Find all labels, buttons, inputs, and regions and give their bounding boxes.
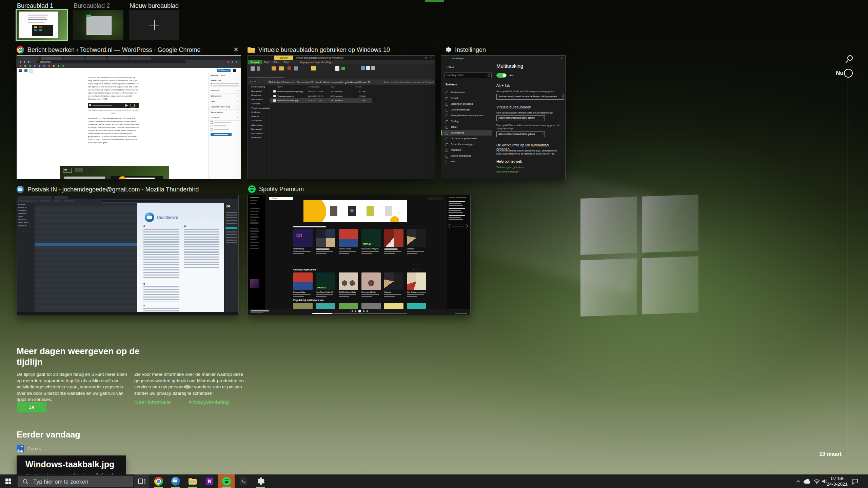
playlist-card[interactable]: Hypnotized Radio (361, 272, 381, 297)
explorer-sidebar-item[interactable]: 3D-objecten (248, 119, 270, 123)
playlist-card[interactable]: Op herhaling (293, 229, 313, 254)
folder-icon (248, 47, 255, 53)
yes-button[interactable]: Ja (17, 402, 46, 412)
taskbar-app-explorer[interactable] (184, 474, 201, 488)
thunderbird-window-thumbnail[interactable]: KPN MailPostvak INConceptenVerzondenSpam… (17, 195, 239, 315)
privacy-link[interactable]: Privacyverklaring (189, 399, 229, 405)
playlist-card[interactable]: New Music Friday NL (316, 272, 335, 297)
settings-page-title: Multitasking (496, 63, 523, 69)
playlist-card[interactable]: Call Me Maybe Radio (339, 272, 358, 297)
settings-sidebar-item: Energiebeheer en slaapstand (441, 113, 492, 118)
start-button[interactable] (0, 474, 16, 488)
playlist-card[interactable]: Collectie (407, 229, 426, 254)
playlist-card[interactable]: New Music Friday NL (361, 229, 381, 254)
explorer-sidebar-item[interactable]: Afbeeldingen (248, 123, 270, 127)
playlist-card[interactable] (316, 229, 335, 254)
settings-group-label: Systeem (445, 83, 457, 86)
settings-sidebar-item: Klembord (441, 147, 492, 153)
playlist-card[interactable]: Mijn Shazam-nummers (407, 272, 426, 297)
explorer-sidebar-item[interactable]: Bureaublad (248, 127, 270, 131)
reading-pane: Thunderbird (137, 203, 224, 312)
album-cover (316, 272, 335, 290)
new-desktop-button[interactable] (129, 10, 179, 40)
onedrive-icon[interactable] (802, 474, 812, 488)
taskbar-app-onenote[interactable]: N (201, 474, 218, 488)
tray-chevron-icon[interactable] (794, 474, 802, 488)
rail-scrubber-handle[interactable] (844, 69, 853, 78)
spotify-banner (303, 200, 407, 222)
vd-dropdown-1: Alleen het bureaublad dat ik gebruik (496, 115, 545, 121)
settings-window-thumbnail[interactable]: ← Instellingen × ⌂ Start Instelling zoek… (441, 55, 566, 179)
spotify-window-thumbnail[interactable]: Zoeken ‹ › Op herhaling (248, 195, 471, 315)
playlist-card[interactable] (384, 229, 403, 254)
album-cover (407, 229, 426, 247)
playlist-card[interactable]: Collectie (384, 272, 403, 297)
window-title-settings: Instellingen (455, 46, 486, 54)
explorer-file-list: Naam Gewijzigd op Type Grootte Multitask… (270, 85, 435, 179)
wp-sidebar-panel: Discussie∨ (209, 115, 241, 121)
carousel-arrows: ‹ › (413, 225, 419, 227)
ribbon-tab: Delen (271, 60, 281, 64)
playlist-card[interactable]: Release Radar (339, 229, 358, 254)
chrome-window-thumbnail[interactable]: techword.nl W Publiceren Je maakt een ni… (17, 55, 241, 179)
taskbar-app-spotify[interactable] (218, 474, 235, 488)
explorer-sidebar-item[interactable]: Virtuele bureaublade… (248, 106, 270, 110)
file-row[interactable]: Windows-taakbalk.jpg 17-3-2021 20:12 JPG… (270, 98, 372, 103)
search-icon[interactable] (844, 54, 854, 65)
thunderbird-toolbar (17, 199, 238, 203)
taskbar-search[interactable] (18, 476, 133, 487)
wifi-icon[interactable] (812, 474, 821, 488)
explorer-sidebar-item[interactable]: Documenten (248, 98, 270, 102)
explorer-sidebar-item[interactable]: Snelle toegang (248, 85, 270, 89)
album-cover (384, 272, 403, 290)
taskbar-app-chrome[interactable] (151, 474, 167, 488)
desktop-1-label[interactable]: Bureaublad 1 (17, 2, 53, 9)
explorer-window-thumbnail[interactable]: Beheren Virtuele bureaubladen gebruiken … (248, 55, 435, 179)
breadcrumb[interactable]: Bibliotheken › Documenten › Documenten ›… (267, 80, 381, 84)
taskbar-app-settings[interactable] (252, 474, 269, 488)
promo-text-left: De tijdlijn gaat tot 30 dagen terug en u… (17, 371, 130, 403)
settings-sidebar-item: Meldingen en acties (441, 101, 492, 107)
new-desktop-label[interactable]: Nieuw bureaublad (130, 2, 179, 9)
search-input[interactable] (33, 478, 122, 485)
search-icon (22, 479, 28, 485)
taskbar-app-terminal[interactable]: >_ (235, 474, 252, 488)
explorer-sidebar-item[interactable]: Downloads (248, 93, 270, 98)
taskbar-app-thunderbird[interactable] (167, 474, 184, 488)
close-window-button[interactable]: × (231, 45, 241, 55)
more-info-link[interactable]: Meer informatie (134, 399, 171, 405)
explorer-search-input[interactable]: Zoeken in Virtuele bureaubladen gebruike… (382, 80, 434, 84)
settings-sidebar-item: Extern bureaublad (441, 153, 492, 159)
explorer-sidebar-item[interactable]: Documenten (248, 131, 270, 136)
window-title-thunderbird: Postvak IN - jochemdegoede@gmail.com - M… (27, 186, 199, 193)
desktop-2-thumbnail[interactable] (73, 10, 123, 40)
action-center-icon[interactable] (850, 474, 860, 488)
desktop-1-thumbnail[interactable] (17, 10, 67, 40)
chrome-icon (17, 46, 24, 54)
mail-folder: Local Folders (17, 221, 35, 224)
explorer-sidebar-item[interactable]: Techword (248, 102, 270, 106)
explorer-sidebar-item[interactable]: OneDrive (248, 110, 270, 115)
explorer-ribbon-tabs: BestandStartDelenBeeld Hulpprogramma's v… (248, 60, 435, 64)
friend-activity-heading: Activiteit van vrienden (449, 197, 469, 199)
explorer-sidebar-item[interactable]: Deze pc (248, 115, 270, 119)
settings-sidebar-item: Beeldscherm (441, 89, 492, 95)
file-explorer-icon (189, 478, 197, 485)
task-view-button[interactable] (134, 474, 149, 488)
explorer-sidebar-item[interactable]: Bureaublad (248, 89, 270, 94)
settings-sidebar-item: Opslag (441, 118, 492, 124)
wordpress-toolbar: W Publiceren (17, 68, 241, 73)
section-title: Populair bij luisteraars van (293, 299, 323, 301)
playlist-card[interactable]: Release Radar (293, 272, 313, 297)
taskbar-clock[interactable]: 07:59 24-3-2021 (827, 475, 848, 487)
rail-track[interactable] (848, 78, 848, 458)
vd-dropdown-2: Alleen het bureaublad dat ik gebruik (496, 131, 545, 137)
desktop-2-label[interactable]: Bureaublad 2 (74, 2, 110, 9)
explorer-sidebar-item[interactable]: Downloads (248, 136, 270, 140)
file-row[interactable]: Multitasking-instellingen.jpg 24-3-2021 … (270, 89, 372, 94)
image-caption: De Taakweergave-knop zie je in het geel … (88, 109, 139, 115)
file-row[interactable]: Taakweergave.jpg 24-3-2021 07:53 JPG-bes… (270, 94, 372, 99)
playlist-row-1: Op herhaling Release Radar (293, 229, 426, 254)
window-title-spotify: Spotify Premium (259, 186, 304, 193)
embedded-taskview-screenshot (60, 166, 169, 179)
